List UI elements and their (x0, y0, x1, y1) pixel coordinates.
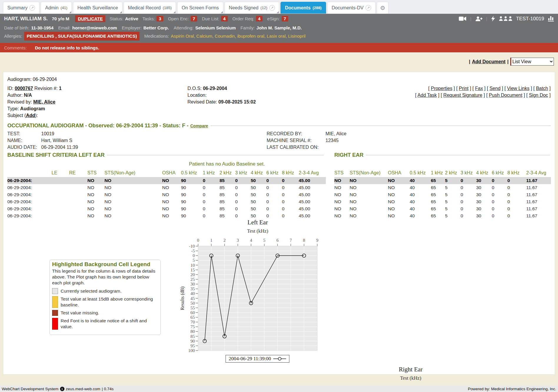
column-header: 6 kHz (266, 169, 282, 177)
duplicate-badge[interactable]: DUPLICATE (75, 15, 105, 22)
action-link-view-links[interactable]: View Links (507, 86, 529, 91)
column-header: 2 kHz (445, 169, 461, 177)
value-cell: NO (162, 198, 181, 205)
column-header: OSHA (388, 169, 410, 177)
document-id-link[interactable]: 0000767 (15, 86, 33, 91)
action-link-print[interactable]: Print (459, 86, 469, 91)
add-document-link[interactable]: Add Document (472, 59, 506, 64)
audiogram-plot: 0123456789-10-50510152025303540455055606… (180, 217, 324, 353)
audiogram-row[interactable]: NONONO406550300011.67 (334, 184, 551, 191)
value-cell: NO (334, 177, 350, 184)
revised-by-link[interactable]: MIE, Alice (33, 99, 55, 104)
add-person-icon[interactable] (475, 16, 482, 21)
info-icon[interactable]: i (60, 387, 64, 391)
value-cell: 50 (251, 177, 266, 184)
settings-tab[interactable]: ⚙ (377, 2, 388, 14)
footer-powered-by: Powered by: Medical Informatics Engineer… (468, 387, 556, 391)
counter-badge[interactable]: 4 (221, 16, 227, 21)
audiogram-date-cell[interactable]: 06-29-2004: (7, 205, 52, 212)
value-cell: 30 (476, 191, 492, 198)
value-cell: 90 (181, 184, 203, 191)
audiogram-date-cell[interactable]: 06-29-2004: (7, 184, 52, 191)
audiogram-row[interactable]: NONONO406550300011.67 (334, 177, 551, 184)
value-cell: NO (350, 177, 388, 184)
tab-on-screen-forms[interactable]: On Screen Forms (177, 2, 223, 14)
value-cell: 0 (203, 198, 220, 205)
tab-admin[interactable]: Admin (41) (41, 2, 72, 14)
action-link-request-signature[interactable]: Request Signature (443, 93, 482, 98)
counter-badge[interactable]: 4 (256, 16, 263, 21)
action-link-push-document[interactable]: Push Document (489, 93, 522, 98)
audiogram-row[interactable]: NONONO406550300011.67 (334, 198, 551, 205)
tab-documents-dv[interactable]: Documents-DV↗ (327, 2, 376, 14)
audiogram-date-cell[interactable]: 06-29-2004: (7, 191, 52, 198)
value-cell: 0 (492, 205, 507, 212)
patient-name: HART, WILLIAM S. (4, 16, 48, 22)
tab-medical-record[interactable]: Medical Record (185) (124, 2, 176, 14)
open-in-new-icon[interactable]: ↗ (29, 5, 35, 11)
action-link-sign-doc[interactable]: Sign Doc (529, 93, 548, 98)
value-cell: 45.00 (299, 184, 326, 191)
value-cell: 0 (235, 205, 251, 212)
test-info-label: AUDIO DATE: (7, 144, 41, 151)
tab-label: Documents (285, 5, 310, 11)
column-header: 1 kHz (203, 169, 220, 177)
counter-badge[interactable]: 7 (282, 16, 288, 21)
audiogram-date-cell[interactable]: 06-29-2004: (7, 198, 52, 205)
action-bracket: [ (441, 93, 443, 98)
value-cell: 5 (445, 177, 461, 184)
value-cell: NO (162, 205, 181, 212)
counter-badge[interactable]: 7 (191, 16, 197, 21)
audiogram-row[interactable]: 06-29-2004:NONONO900850500045.00 (7, 177, 326, 184)
people-group-icon[interactable] (499, 16, 512, 21)
value-cell: 11.67 (526, 184, 551, 191)
view-mode-select[interactable]: List View (510, 58, 554, 66)
test-info-row: TEST:10019 (7, 130, 78, 137)
audiogram-date-cell[interactable]: 06-29-2004: (7, 177, 52, 184)
value-cell: 11.67 (526, 212, 551, 219)
value-cell: 0 (507, 184, 526, 191)
audiogram-row[interactable]: NONONO406550300011.67 (334, 212, 551, 219)
value-cell: NO (388, 184, 410, 191)
subject-add-link[interactable]: Add (26, 113, 35, 118)
svg-text:95: 95 (190, 343, 195, 348)
video-camera-icon[interactable] (459, 16, 466, 21)
value-cell: 30 (476, 212, 492, 219)
audiogram-row[interactable]: 06-29-2004:NONONO900850500045.00 (7, 205, 326, 212)
open-in-new-icon[interactable]: ↗ (366, 5, 371, 11)
tab-summary[interactable]: Summary↗ (3, 2, 39, 14)
content-area: | Add Document | List View Audiogram: 06… (0, 52, 558, 389)
revision-value: 1 (59, 86, 62, 91)
tab-documents[interactable]: Documents (288) (280, 2, 326, 14)
value-cell: 65 (431, 198, 445, 205)
audiogram-row[interactable]: 06-29-2004:NONONO900850500045.00 (7, 198, 326, 205)
audiogram-row[interactable]: 06-29-2004:NONONO900850500045.00 (7, 184, 326, 191)
open-in-new-icon[interactable]: ↗ (269, 5, 275, 11)
test-info-label: MACHINE SERIAL #: (267, 137, 326, 144)
bar-chart-icon[interactable] (548, 16, 554, 21)
audiogram-row[interactable]: NONONO406550300011.67 (334, 205, 551, 212)
action-link-properties[interactable]: Properties (431, 86, 452, 91)
test-info-value: 12345 (326, 138, 339, 143)
value-cell: 85 (220, 177, 235, 184)
value-cell (52, 184, 69, 191)
audiogram-row[interactable]: NONONO406550300011.67 (334, 191, 551, 198)
action-link-fax[interactable]: Fax (475, 86, 483, 91)
counter-badge[interactable]: 3 (157, 16, 163, 21)
value-cell: 0 (282, 191, 299, 198)
audiogram-row[interactable]: 06-29-2004:NONONO900850500045.00 (7, 191, 326, 198)
value-cell: 0 (235, 184, 251, 191)
lightning-icon[interactable] (491, 16, 495, 21)
value-cell: 11.67 (526, 198, 551, 205)
value-cell: 90 (181, 191, 203, 198)
svg-text:35: 35 (190, 286, 195, 291)
action-link-send[interactable]: Send (489, 86, 500, 91)
action-link-add-task[interactable]: Add Task (418, 93, 437, 98)
allergies-badge[interactable]: PENICILLINS , SULFA(SULFONAMIDE ANTIBIOT… (24, 32, 140, 41)
compare-link[interactable]: Compare (190, 124, 208, 128)
action-link-batch[interactable]: Batch (536, 86, 548, 91)
tab-needs-signed[interactable]: Needs Signed (12)↗ (225, 2, 280, 14)
audiogram-date-cell[interactable]: 06-29-2004: (7, 212, 52, 219)
tab-menu-fold (120, 11, 122, 13)
tab-health-surveillance[interactable]: Health Surveillance (73, 2, 122, 14)
